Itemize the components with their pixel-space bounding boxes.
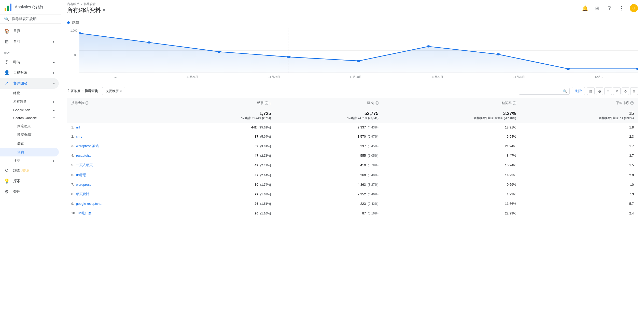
chart-area: 點擊 1,000 500 bbox=[67, 16, 638, 83]
secondary-dimension-button[interactable]: 次要維度 ▾ bbox=[102, 87, 125, 95]
ctr-help-icon[interactable]: ? bbox=[513, 101, 516, 105]
query-link[interactable]: wordpress 架站 bbox=[76, 144, 99, 148]
overview-label: 總覽 bbox=[13, 91, 20, 95]
acquisition-icon: ↗ bbox=[4, 81, 9, 86]
row3-impressions: 237 (0.45%) bbox=[275, 141, 382, 151]
row8-ctr: 1.23% bbox=[383, 189, 520, 199]
chart-xlabel-7: 12月... bbox=[595, 75, 603, 79]
clicks-help-icon[interactable]: ? bbox=[265, 101, 268, 105]
admin-icon: ⚙ bbox=[4, 189, 9, 195]
chevron-down-icon: ▾ bbox=[53, 82, 55, 85]
impressions-help-icon[interactable]: ? bbox=[375, 101, 379, 105]
row6-ctr: 14.23% bbox=[383, 170, 520, 180]
row1-ctr: 18.91% bbox=[383, 123, 520, 132]
row1-clicks: 442 (25.62%) bbox=[172, 123, 275, 132]
sidebar-item-search-console[interactable]: Search Console ▾ bbox=[0, 114, 59, 122]
col-header-query[interactable]: 搜尋查詢 ? bbox=[67, 98, 172, 108]
sidebar-item-landing-page[interactable]: 到達網頁 bbox=[0, 122, 59, 131]
sidebar-item-all-traffic[interactable]: 所有流量 ▸ bbox=[0, 97, 59, 106]
row3-clicks: 52 (3.01%) bbox=[172, 141, 275, 151]
query-link[interactable]: url意思 bbox=[76, 173, 86, 177]
pivot-view-button[interactable]: ⊞ bbox=[630, 87, 638, 95]
query-help-icon[interactable]: ? bbox=[86, 101, 89, 105]
col-header-ctr[interactable]: 點閱率 ? bbox=[383, 98, 520, 108]
table-row: 4.recaptcha 47 (2.72%) 555 (1.05%) 8.47%… bbox=[67, 151, 638, 160]
line-chart-svg bbox=[79, 28, 638, 73]
query-link[interactable]: 一頁式網頁 bbox=[76, 163, 93, 167]
row10-position: 2.4 bbox=[520, 208, 638, 218]
notification-button[interactable]: 🔔 bbox=[581, 4, 589, 12]
row7-query: 7.wordpress bbox=[67, 180, 172, 189]
more-button[interactable]: ⋮ bbox=[618, 4, 626, 12]
sidebar-item-attribution[interactable]: ↺ 歸因 測試版 bbox=[0, 165, 59, 176]
row3-position: 1.7 bbox=[520, 141, 638, 151]
table-area: 主要維度： 搜尋查詢 次要維度 ▾ 🔍 進階 ▦ bbox=[67, 87, 638, 218]
query-link[interactable]: google recaptcha bbox=[76, 202, 102, 206]
sidebar-search-area[interactable]: 🔍 搜尋報表和說明 bbox=[0, 15, 61, 24]
page-title: 所有網站資料 bbox=[67, 6, 101, 14]
query-link[interactable]: url bbox=[76, 125, 80, 129]
sidebar-header: Analytics (分析) bbox=[0, 0, 61, 15]
chart-title: 點擊 bbox=[72, 20, 79, 25]
pie-view-button[interactable]: ◕ bbox=[596, 87, 603, 95]
table-search-box[interactable]: 🔍 bbox=[519, 88, 570, 95]
apps-button[interactable]: ⊞ bbox=[593, 4, 601, 12]
col-header-clicks[interactable]: 點擊 ? ↓ bbox=[172, 98, 275, 108]
help-button[interactable]: ? bbox=[605, 4, 613, 12]
sidebar-item-audience[interactable]: 👤 目標對象 ▸ bbox=[0, 67, 59, 78]
sidebar-item-google-ads[interactable]: Google Ads ▸ bbox=[0, 106, 59, 114]
sidebar-item-social[interactable]: 社交 ▸ bbox=[0, 156, 59, 165]
chart-xlabel-4: 11月28日 bbox=[350, 75, 361, 79]
row6-position: 2.0 bbox=[520, 170, 638, 180]
explore-icon: 💡 bbox=[4, 178, 9, 184]
chart-yaxis: 1,000 500 bbox=[67, 28, 77, 79]
sidebar-item-realtime[interactable]: ⏱ 即時 ▸ bbox=[0, 57, 59, 67]
row9-clicks: 26 (1.51%) bbox=[172, 199, 275, 208]
sidebar-item-acquisition[interactable]: ↗ 客戶開發 ▾ bbox=[0, 78, 59, 89]
all-traffic-label: 所有流量 bbox=[13, 99, 26, 104]
compare-view-button[interactable]: ⧖ bbox=[613, 87, 621, 95]
totals-row: 1,725 % 總計: 61.74% (2,794) 52,775 % 總計: … bbox=[67, 108, 638, 123]
query-link[interactable]: cms bbox=[76, 135, 82, 138]
col-header-position[interactable]: 平均排序 ? bbox=[520, 98, 638, 108]
dropdown-icon[interactable]: ▾ bbox=[103, 7, 105, 13]
breadcrumb-parent: 所有帳戶 bbox=[67, 2, 79, 6]
table-view-button[interactable]: ▦ bbox=[587, 87, 595, 95]
row5-clicks: 42 (2.43%) bbox=[172, 160, 275, 170]
sidebar-item-admin[interactable]: ⚙ 管理 bbox=[0, 186, 59, 197]
sidebar-item-device[interactable]: 裝置 bbox=[0, 139, 59, 148]
query-link[interactable]: wordpress bbox=[76, 183, 91, 186]
sidebar-realtime-label: 即時 bbox=[13, 60, 20, 65]
query-link[interactable]: 網頁設計 bbox=[76, 192, 89, 196]
query-link[interactable]: recaptcha bbox=[76, 154, 91, 157]
sidebar-item-overview[interactable]: 總覽 bbox=[0, 89, 59, 97]
table-row: 8.網頁設計 29 (1.68%) 2,352 (4.46%) 1.23% 13 bbox=[67, 189, 638, 199]
primary-dimension-value: 搜尋查詢 bbox=[85, 89, 98, 93]
chevron-right-icon2: ▸ bbox=[53, 61, 55, 64]
reports-section-title: 報表 bbox=[0, 49, 61, 57]
sidebar-item-explore[interactable]: 💡 探索 bbox=[0, 176, 59, 186]
scatter-view-button[interactable]: ⊹ bbox=[622, 87, 629, 95]
total-label bbox=[67, 108, 172, 123]
secondary-dim-label: 次要維度 bbox=[105, 89, 119, 93]
legend-dot bbox=[67, 21, 70, 24]
table-search-input[interactable] bbox=[522, 89, 563, 93]
sidebar-item-query[interactable]: 查詢 bbox=[0, 148, 59, 156]
breadcrumb-child: 鵲喬設計 bbox=[83, 2, 96, 6]
row5-impressions: 410 (0.78%) bbox=[275, 160, 382, 170]
query-link[interactable]: url是什麼 bbox=[78, 211, 91, 215]
row7-clicks: 30 (1.74%) bbox=[172, 180, 275, 189]
position-help-icon[interactable]: ? bbox=[630, 101, 634, 105]
advanced-button[interactable]: 進階 bbox=[572, 87, 585, 95]
col-header-impressions[interactable]: 曝光 ? bbox=[275, 98, 382, 108]
avatar[interactable]: G bbox=[630, 4, 638, 12]
row10-impressions: 87 (0.16%) bbox=[275, 208, 382, 218]
total-clicks: 1,725 % 總計: 61.74% (2,794) bbox=[172, 108, 275, 123]
device-label: 裝置 bbox=[17, 141, 24, 146]
sidebar-item-custom[interactable]: ⊞ 自訂 ▸ bbox=[0, 36, 59, 47]
row8-clicks: 29 (1.68%) bbox=[172, 189, 275, 199]
analytics-logo bbox=[4, 3, 12, 11]
bar-view-button[interactable]: ≡ bbox=[604, 87, 612, 95]
sidebar-item-home[interactable]: 🏠 首頁 bbox=[0, 26, 59, 36]
sidebar-item-country[interactable]: 國家/地區 bbox=[0, 131, 59, 139]
